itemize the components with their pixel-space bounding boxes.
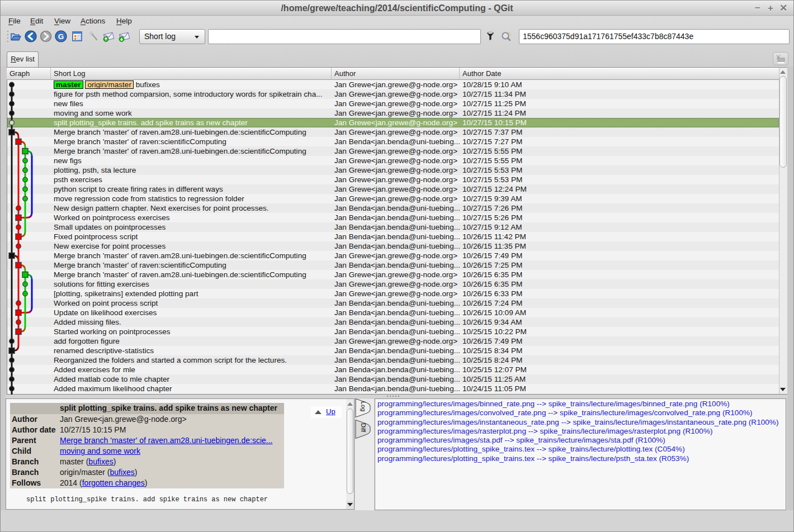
svg-text:G: G [58,32,64,41]
svg-text:Diff: Diff [360,423,367,433]
svg-text:Log: Log [360,401,367,411]
